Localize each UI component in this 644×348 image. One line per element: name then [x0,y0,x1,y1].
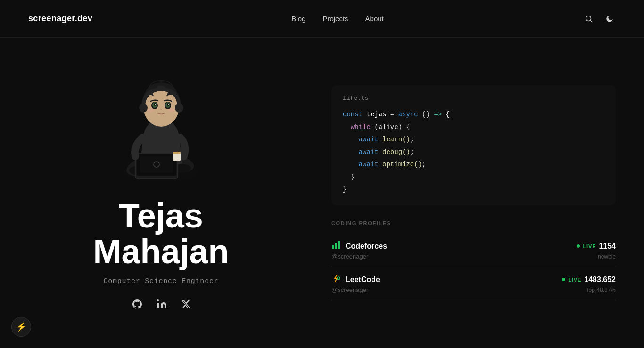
linkedin-button[interactable] [154,297,169,312]
speed-badge[interactable]: ⚡ [11,317,31,337]
svg-line-1 [590,20,592,22]
leetcode-right: LIVE 1483.652 [562,275,616,284]
social-links [130,297,193,312]
code-line-5: await optimize(); [343,158,604,171]
leetcode-score: 1483.652 [584,275,616,284]
svg-rect-29 [335,243,337,249]
svg-point-0 [586,16,591,21]
codeforces-rank: newbie [598,253,616,260]
leetcode-card[interactable]: LeetCode LIVE 1483.652 @screenager Top 4… [331,267,616,300]
search-button[interactable] [583,13,595,25]
linkedin-icon [156,299,167,310]
code-line-3: await learn(); [343,133,604,146]
code-line-1: const tejas = async () => { [343,108,604,121]
code-line-7: } [343,183,604,196]
codeforces-score: 1154 [599,242,616,251]
codeforces-handle: @screenager [331,253,368,260]
search-icon [585,15,593,23]
leetcode-name: LeetCode [346,275,380,284]
avatar-container [100,65,223,187]
nav-link-about[interactable]: About [365,15,384,23]
svg-point-23 [139,103,148,113]
codeforces-header: Codeforces LIVE 1154 [331,240,616,252]
right-panel: life.ts const tejas = async () => { whil… [322,38,644,348]
moon-icon [605,15,614,23]
bar-chart-icon [331,240,341,250]
code-line-4: await debug(); [343,146,604,159]
leetcode-left: LeetCode [331,274,380,285]
leetcode-live-dot [562,278,565,281]
nav-link-blog[interactable]: Blog [291,15,305,23]
codeforces-live-label: LIVE [583,243,596,249]
hero-name-line1: Tejas [119,197,203,235]
codeforces-name: Codeforces [346,242,387,251]
svg-rect-26 [173,152,181,154]
codeforces-right: LIVE 1154 [577,242,616,251]
avatar [100,65,223,187]
svg-point-24 [175,103,183,113]
svg-point-20 [168,104,169,105]
navbar: screenager.dev Blog Projects About [0,0,644,38]
svg-point-27 [157,299,159,301]
code-block: life.ts const tejas = async () => { whil… [331,85,616,205]
twitter-x-icon [181,299,191,309]
leetcode-logo-icon [331,274,341,283]
svg-point-17 [154,103,156,106]
leetcode-handle: @screenager [331,286,368,293]
hero-title: Computer Science Engineer [104,277,219,285]
leetcode-rank: Top 48.87% [586,287,616,293]
svg-rect-28 [332,245,334,249]
left-panel: Tejas Mahajan Computer Science Engineer [0,38,322,348]
nav-icons [583,13,616,25]
svg-rect-30 [338,241,340,249]
site-logo[interactable]: screenager.dev [28,14,92,24]
codeforces-live-dot [577,244,580,248]
main-content: Tejas Mahajan Computer Science Engineer [0,38,644,348]
svg-point-18 [167,103,169,106]
nav-link-projects[interactable]: Projects [322,15,348,23]
hero-name-line2: Mahajan [93,233,229,270]
code-filename: life.ts [343,95,604,102]
github-button[interactable] [130,297,145,312]
leetcode-live-label: LIVE [568,277,581,283]
code-line-2: while (alive) { [343,121,604,134]
nav-links: Blog Projects About [291,15,383,23]
svg-point-19 [155,104,156,105]
codeforces-left: Codeforces [331,240,387,252]
code-line-6: } [343,171,604,184]
svg-point-21 [148,108,154,112]
svg-rect-9 [140,156,173,173]
codeforces-icon [331,240,341,252]
leetcode-header: LeetCode LIVE 1483.652 [331,274,616,285]
dark-mode-toggle[interactable] [603,13,616,25]
leetcode-icon [331,274,341,285]
twitter-button[interactable] [179,297,193,311]
hero-name: Tejas Mahajan [93,198,229,269]
profiles-section-label: CODING PROFILES [331,220,616,226]
github-icon [132,299,143,310]
svg-point-22 [168,108,175,112]
codeforces-card[interactable]: Codeforces LIVE 1154 @screenager newbie [331,234,616,267]
